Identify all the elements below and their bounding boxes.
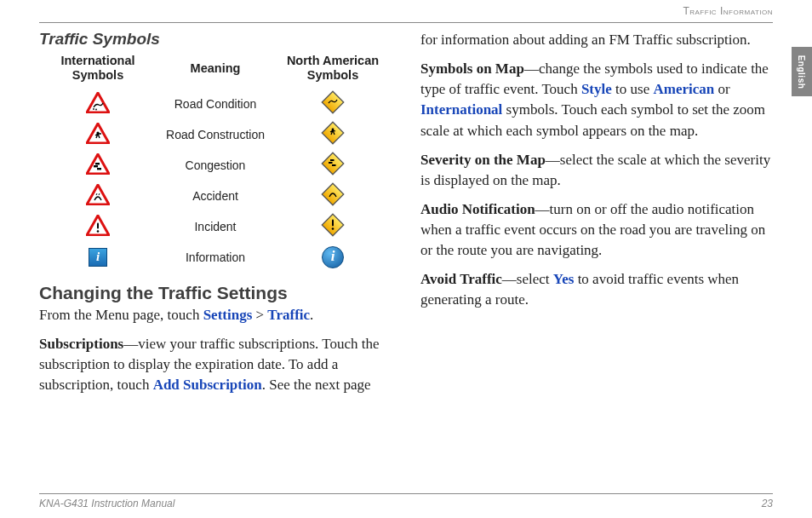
intl-symbol-congestion: [39, 153, 157, 177]
table-row: Information: [39, 242, 392, 273]
text: to use: [612, 81, 654, 97]
footer-manual-title: KNA-G431 Instruction Manual: [39, 498, 174, 509]
intl-symbol-accident: [39, 184, 157, 208]
language-tab-label: English: [798, 55, 807, 89]
meaning-label: Incident: [157, 220, 274, 233]
link-settings[interactable]: Settings: [203, 307, 253, 323]
triangle-worker-icon: [86, 123, 110, 147]
intl-symbol-incident: [39, 215, 157, 239]
svg-rect-14: [332, 164, 336, 166]
link-traffic[interactable]: Traffic: [267, 307, 310, 323]
triangle-congestion-icon: [86, 153, 110, 177]
intl-symbol-road-construction: [39, 123, 157, 147]
meaning-label: Road Construction: [157, 128, 274, 141]
meaning-label: Congestion: [157, 158, 274, 172]
svg-rect-19: [97, 222, 99, 228]
na-symbol-congestion: [274, 151, 392, 179]
info-circle-icon: [322, 246, 344, 268]
left-column: Traffic Symbols International Symbols Me…: [39, 30, 392, 404]
svg-rect-6: [322, 123, 343, 144]
svg-point-20: [97, 230, 100, 233]
right-column: for information about adding an FM Traff…: [420, 30, 773, 404]
paragraph-avoid-traffic: Avoid Traffic—select Yes to avoid traffi…: [420, 269, 773, 310]
triangle-warning-icon: [86, 215, 110, 239]
paragraph-audio-notification: Audio Notification—turn on or off the au…: [420, 199, 773, 261]
paragraph-menu-path: From the Menu page, touch Settings > Tra…: [39, 305, 392, 325]
svg-rect-13: [329, 162, 333, 164]
svg-rect-3: [322, 92, 343, 113]
na-symbol-road-condition: [274, 89, 392, 118]
link-add-subscription[interactable]: Add Subscription: [153, 377, 262, 393]
diamond-worker-icon: [320, 120, 346, 148]
na-symbol-accident: [274, 181, 392, 210]
table-row: Incident: [39, 211, 392, 242]
text: From the Menu page, touch: [39, 307, 203, 323]
heading-changing-traffic-settings: Changing the Traffic Settings: [39, 283, 392, 303]
na-symbol-road-construction: [274, 120, 392, 148]
svg-rect-11: [95, 163, 100, 164]
text: .: [310, 307, 313, 323]
link-style[interactable]: Style: [581, 81, 612, 97]
link-american[interactable]: American: [653, 81, 714, 97]
link-international[interactable]: International: [420, 101, 502, 118]
table-row: Congestion: [39, 150, 392, 181]
label-subscriptions: Subscriptions: [39, 336, 123, 352]
svg-rect-22: [332, 220, 334, 227]
meaning-label: Accident: [157, 189, 274, 203]
header-rule: [39, 22, 773, 23]
text: or: [714, 81, 729, 97]
language-tab-english[interactable]: English: [792, 47, 812, 96]
section-title-traffic-symbols: Traffic Symbols: [39, 30, 392, 49]
table-row: Accident: [39, 181, 392, 211]
text: >: [252, 307, 267, 323]
label-avoid-traffic: Avoid Traffic: [420, 271, 502, 287]
triangle-skid-icon: [86, 92, 110, 116]
svg-rect-12: [322, 153, 343, 175]
svg-marker-0: [87, 93, 109, 112]
svg-rect-17: [322, 184, 343, 205]
footer-page-number: 23: [762, 498, 773, 509]
running-header: Traffic Information: [683, 5, 773, 17]
diamond-warning-icon: [320, 212, 346, 240]
svg-marker-16: [87, 185, 109, 204]
meaning-label: Information: [157, 250, 274, 264]
info-square-icon: [89, 248, 107, 267]
na-symbol-information: [274, 246, 392, 268]
svg-rect-9: [94, 165, 98, 167]
svg-point-1: [93, 108, 94, 110]
paragraph-symbols-on-map: Symbols on Map—change the symbols used t…: [420, 59, 773, 141]
text: —select: [502, 271, 553, 287]
page-footer: KNA-G431 Instruction Manual 23: [39, 493, 773, 509]
col-header-meaning: Meaning: [157, 61, 274, 76]
paragraph-severity: Severity on the Map—select the scale at …: [420, 150, 773, 191]
svg-point-2: [95, 108, 97, 110]
paragraph-continuation: for information about adding an FM Traff…: [420, 30, 773, 50]
svg-rect-15: [330, 159, 335, 161]
diamond-skid-icon: [320, 89, 346, 118]
table-header-row: International Symbols Meaning North Amer…: [39, 54, 392, 83]
svg-point-23: [332, 227, 335, 230]
symbols-table: International Symbols Meaning North Amer…: [39, 54, 392, 273]
label-audio-notification: Audio Notification: [420, 201, 535, 217]
paragraph-subscriptions: Subscriptions—view your traffic subscrip…: [39, 334, 392, 395]
col-header-north-american: North American Symbols: [274, 54, 392, 83]
diamond-accident-icon: [320, 181, 346, 210]
intl-symbol-information: [39, 248, 157, 267]
diamond-congestion-icon: [320, 151, 346, 179]
manual-page: Traffic Information Traffic Symbols Inte…: [0, 0, 812, 518]
triangle-accident-icon: [86, 184, 110, 208]
link-yes[interactable]: Yes: [553, 271, 575, 287]
table-row: Road Condition: [39, 89, 392, 119]
table-row: Road Construction: [39, 119, 392, 150]
text: . See the next page: [262, 377, 371, 393]
intl-symbol-road-condition: [39, 92, 157, 116]
na-symbol-incident: [274, 212, 392, 240]
meaning-label: Road Condition: [157, 97, 274, 111]
svg-rect-10: [97, 168, 101, 170]
label-symbols-on-map: Symbols on Map: [420, 60, 524, 77]
label-severity: Severity on the Map: [420, 152, 546, 168]
col-header-international: International Symbols: [39, 54, 157, 83]
